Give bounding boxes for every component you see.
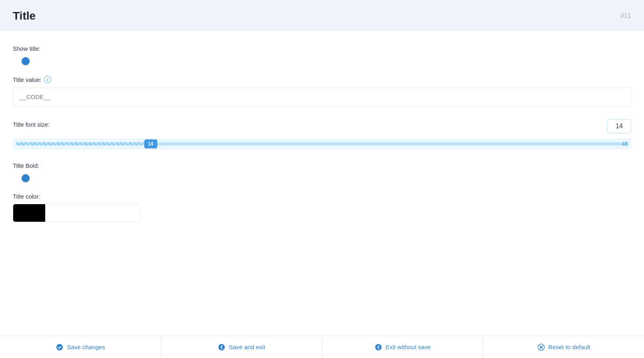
svg-point-1 [218,344,225,350]
save-changes-icon [56,343,64,351]
svg-point-0 [56,344,63,350]
toggle-thumb [22,57,30,65]
font-size-header: Title font size: 14 [13,119,631,133]
title-color-field: Title color: #000000 [13,193,631,222]
font-size-slider-container[interactable]: 14 48 [13,138,631,149]
reset-to-default-icon [537,343,545,351]
font-size-value: 14 [616,123,623,130]
title-font-size-field: Title font size: 14 14 48 [13,119,631,149]
page-id: #11 [620,12,631,20]
slider-track: 14 [16,142,628,145]
color-input-group: #000000 [13,204,141,222]
title-bold-label: Title Bold: [13,162,631,169]
info-icon[interactable]: i [44,76,51,83]
save-and-exit-icon [218,343,226,351]
save-changes-button[interactable]: Save changes [0,336,161,358]
page-title: Title [13,10,36,22]
slider-max: 48 [622,141,628,147]
save-and-exit-button[interactable]: Save and exit [161,336,322,358]
reset-to-default-button[interactable]: Reset to default [483,336,644,358]
exit-without-save-button[interactable]: Exit without save [322,336,484,358]
slider-fill [16,142,151,145]
footer: Save changes Save and exit Exit without … [0,336,644,358]
font-size-value-box: 14 [607,119,631,133]
slider-thumb[interactable]: 14 [144,139,157,148]
title-value-input[interactable]: __CODE__ [13,87,631,106]
show-title-field: Show title: [13,45,631,63]
title-bold-field: Title Bold: [13,162,631,180]
color-hex-input[interactable]: #000000 [45,204,140,222]
svg-point-2 [375,344,382,350]
exit-without-save-icon [374,343,382,351]
show-title-label: Show title: [13,45,631,52]
title-color-label: Title color: [13,193,631,200]
main-content: Show title: Title value: i __CODE__ Titl… [0,31,644,358]
title-value-field: Title value: i __CODE__ [13,76,631,106]
title-value-label: Title value: i [13,76,631,83]
toggle-thumb-bold [22,174,30,182]
color-swatch[interactable] [13,204,45,222]
title-font-size-label: Title font size: [13,121,50,128]
page-header: Title #11 [0,0,644,31]
